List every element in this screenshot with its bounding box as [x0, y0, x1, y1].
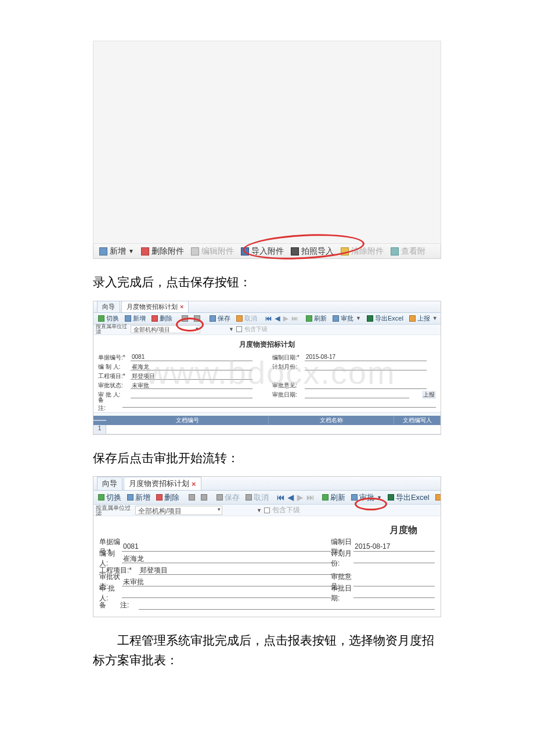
- refresh-button[interactable]: 刷新: [320, 492, 348, 503]
- attach-photo-button[interactable]: 拍照导入: [288, 246, 336, 257]
- close-icon[interactable]: ×: [192, 480, 196, 488]
- attach-clear-button[interactable]: 清除附件: [338, 246, 386, 257]
- delete-button[interactable]: 删除: [149, 314, 175, 323]
- delete-label: 删除: [164, 492, 179, 503]
- new-button[interactable]: 新增: [122, 314, 148, 323]
- tab-main[interactable]: 月度物资招标计划 ×: [121, 301, 189, 312]
- attach-edit-button[interactable]: 编辑附件: [189, 246, 236, 257]
- delete-button[interactable]: 删除: [154, 492, 182, 503]
- new-icon: [125, 315, 131, 322]
- form-area: 单据编号:*0081 编制日期:*2015-08-17 编 制 人:崔海龙 计划…: [93, 352, 441, 412]
- project-value[interactable]: 郑登项目: [139, 566, 348, 575]
- refresh-icon: [306, 315, 312, 322]
- switch-label: 切换: [106, 492, 121, 503]
- export-excel-button[interactable]: 导出Excel: [385, 492, 432, 503]
- planmonth-value[interactable]: [305, 363, 427, 370]
- delete-icon: [151, 315, 158, 322]
- approve-label: 审批: [341, 314, 353, 323]
- table-row[interactable]: 1: [93, 425, 441, 434]
- attachment-preview-area: [93, 41, 441, 244]
- cancel-button[interactable]: 取消: [234, 314, 259, 323]
- upload-button[interactable]: 上报: [433, 492, 441, 503]
- save-button[interactable]: 保存: [207, 314, 233, 323]
- remark-label: 备 注:: [99, 600, 139, 610]
- docno-value[interactable]: 0081: [131, 354, 252, 361]
- filter-org-select[interactable]: 全部机构/项目: [135, 506, 222, 515]
- delete-label: 删除: [160, 314, 172, 323]
- undo-button[interactable]: [186, 494, 197, 501]
- new-button[interactable]: 新增: [125, 492, 153, 503]
- undo-button[interactable]: [179, 315, 190, 322]
- opinion-value[interactable]: [305, 381, 427, 389]
- redo-button[interactable]: [192, 315, 203, 322]
- opinion-value[interactable]: [353, 577, 435, 586]
- switch-button[interactable]: 切换: [96, 314, 121, 323]
- main-toolbar: 切换 新增 删除 保存 取消 ⏮ ◀ ▶ ⏭ 刷新 审批▼ 导出Excel 上报: [93, 491, 441, 505]
- nav-prev[interactable]: ◀: [287, 493, 295, 502]
- author-value[interactable]: 崔海龙: [131, 363, 252, 370]
- project-label: 工程项目:*: [98, 372, 131, 380]
- th-doc-author: 文档编写人: [394, 416, 441, 424]
- nav-prev[interactable]: ◀: [274, 315, 281, 322]
- redo-icon: [194, 315, 200, 322]
- approve-icon: [351, 494, 358, 501]
- nav-first[interactable]: ⏮: [264, 315, 273, 322]
- attach-import-label: 导入附件: [251, 246, 284, 257]
- tab-main[interactable]: 月度物资招标计划 ×: [124, 477, 201, 490]
- date-value[interactable]: 2015-08-17: [353, 542, 435, 552]
- approvedate-value[interactable]: [353, 589, 435, 598]
- nav-last[interactable]: ⏭: [305, 493, 315, 502]
- remark-value[interactable]: [139, 600, 435, 610]
- remark-label: 备 注:: [98, 396, 122, 412]
- date-label: 编制日期:*: [272, 354, 305, 362]
- attach-delete-label: 删除附件: [151, 246, 184, 257]
- chevron-down-icon: ▼: [257, 507, 262, 513]
- refresh-button[interactable]: 刷新: [304, 314, 329, 323]
- filter-row: 按直属单位过滤 全部机构/项目 ▼ 包含下级: [93, 505, 441, 516]
- author-value[interactable]: 崔海龙: [122, 554, 331, 563]
- include-sub-checkbox[interactable]: [236, 326, 242, 332]
- attach-delete-button[interactable]: 删除附件: [139, 246, 186, 257]
- attach-view-button[interactable]: 查看附: [388, 246, 428, 257]
- camera-icon: [291, 247, 299, 255]
- doc-paragraph-3: 工程管理系统审批完成后，点击报表按钮，选择物资月度招标方案审批表：: [93, 631, 441, 670]
- tab-guide-label: 向导: [102, 303, 115, 311]
- date-value[interactable]: 2015-08-17: [305, 354, 427, 361]
- cancel-button[interactable]: 取消: [243, 492, 271, 503]
- nav-last[interactable]: ⏭: [290, 315, 299, 322]
- attach-clear-label: 清除附件: [351, 246, 384, 257]
- attach-new-button[interactable]: 新增 ▼: [97, 246, 136, 257]
- remark-value[interactable]: [122, 400, 436, 408]
- dropdown-icon: ▼: [128, 248, 134, 254]
- project-value[interactable]: 郑登项目: [131, 372, 252, 380]
- chevron-down-icon: ▼: [229, 326, 234, 332]
- cancel-label: 取消: [254, 492, 269, 503]
- filter-row: 按直属单位过滤 全部机构/项目 ▼ 包含下级: [93, 325, 441, 335]
- tab-guide[interactable]: 向导: [97, 477, 122, 490]
- approve-button[interactable]: 审批▼: [349, 492, 384, 503]
- switch-label: 切换: [106, 314, 119, 323]
- switch-button[interactable]: 切换: [96, 492, 124, 503]
- filter-org-select[interactable]: 全部机构/项目: [131, 325, 200, 333]
- upload-button[interactable]: 上报▼: [407, 314, 440, 323]
- filter-label: 按直属单位过滤: [96, 324, 128, 334]
- docno-value[interactable]: 0081: [122, 542, 331, 552]
- close-icon[interactable]: ×: [180, 303, 183, 310]
- approve-button[interactable]: 审批▼: [330, 314, 363, 323]
- approve-icon: [333, 315, 339, 322]
- export-excel-button[interactable]: 导出Excel: [365, 314, 406, 323]
- approver-value[interactable]: [131, 391, 252, 398]
- save-button[interactable]: 保存: [214, 492, 242, 503]
- tab-guide[interactable]: 向导: [97, 301, 120, 312]
- attach-import-button[interactable]: 导入附件: [239, 246, 286, 257]
- approvedate-value[interactable]: [305, 391, 409, 398]
- planmonth-value[interactable]: [353, 554, 435, 563]
- nav-first[interactable]: ⏮: [276, 493, 286, 502]
- nav-next[interactable]: ▶: [296, 493, 304, 502]
- approver-value[interactable]: [122, 589, 331, 598]
- redo-button[interactable]: [199, 494, 210, 501]
- table-corner: [93, 420, 106, 421]
- nav-next[interactable]: ▶: [282, 315, 289, 322]
- include-sub-label: 包含下级: [244, 325, 268, 333]
- include-sub-checkbox[interactable]: [264, 507, 270, 513]
